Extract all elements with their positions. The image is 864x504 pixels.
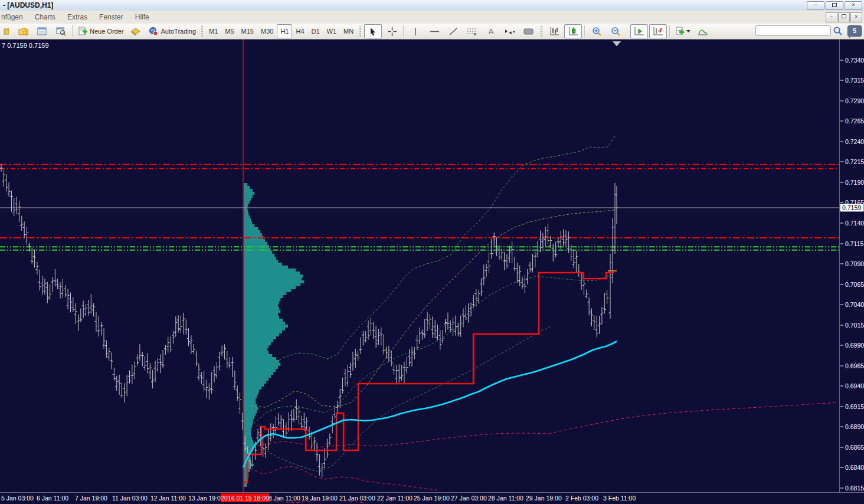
price-tick-label: 0.6915 <box>845 403 864 410</box>
child-minimize-button[interactable]: − <box>826 12 837 22</box>
chart-window[interactable]: 7 0.7159 0.7159 0.73400.73150.72900.7265… <box>0 40 864 504</box>
restore-icon <box>842 14 846 18</box>
price-tick-label: 0.6940 <box>845 382 864 390</box>
add-indicator-icon <box>675 27 685 36</box>
timeframe-w1[interactable]: W1 <box>323 24 341 38</box>
bar-chart-mode-button[interactable] <box>545 24 563 38</box>
toolbar-separator <box>72 25 73 37</box>
price-tick-label: 0.7240 <box>845 138 864 145</box>
crimson-low <box>245 466 437 490</box>
time-tick-label: 12 Jan 11:00 <box>150 495 186 502</box>
price-tick-label: 0.7040 <box>845 301 864 308</box>
bar-chart-icon <box>549 27 559 36</box>
minimize-button[interactable]: − <box>807 1 824 10</box>
arrows-tool-button[interactable] <box>501 24 519 38</box>
horizontal-line-icon <box>430 27 440 36</box>
timeframe-m15[interactable]: M15 <box>238 24 257 38</box>
toolbar-grip[interactable] <box>201 26 203 37</box>
price-tick-label: 0.7090 <box>845 260 864 267</box>
price-tick-label: 0.7215 <box>845 158 864 165</box>
autotrading-button[interactable]: AutoTrading <box>146 24 198 38</box>
neue-order-button[interactable]: Neue Order <box>76 24 126 38</box>
green-upper <box>254 135 616 387</box>
volume-profile <box>244 183 304 487</box>
time-tick-label: 2 Feb 03:00 <box>565 495 598 502</box>
horizontal-line-tool-button[interactable] <box>426 24 443 38</box>
price-tick-label: 0.6890 <box>845 423 864 430</box>
vertical-line-tool-button[interactable] <box>407 24 424 38</box>
chart-shift-button[interactable] <box>649 24 667 38</box>
market-watch-button[interactable] <box>33 24 51 38</box>
menu-extras[interactable]: Extras <box>61 11 93 23</box>
time-tick-label: 18 Jan 11:00 <box>265 495 300 502</box>
time-tick-label: 13 Jan 19:00 <box>188 495 224 502</box>
text-tool-icon: A <box>489 27 494 36</box>
toolbar-separator <box>403 25 404 37</box>
time-axis[interactable]: 5 Jan 03:006 Jan 11:007 Jan 19:0011 Jan … <box>1 493 636 502</box>
timeframe-h4[interactable]: H4 <box>292 24 307 38</box>
price-tick-label: 0.7265 <box>845 117 864 125</box>
chart-shift-marker[interactable] <box>613 41 621 46</box>
menu-charts[interactable]: Charts <box>29 11 61 23</box>
zoom-out-icon <box>611 27 621 36</box>
menu-einfuegen[interactable]: nfügen <box>0 11 29 23</box>
timeframe-m30[interactable]: M30 <box>257 24 277 38</box>
timeframe-m1[interactable]: M1 <box>205 24 221 38</box>
child-close-button[interactable]: × <box>850 12 862 22</box>
price-tick-label: 0.7115 <box>845 240 863 247</box>
time-tick-label: 21 Jan 03:00 <box>339 495 375 502</box>
toolbar-grip[interactable] <box>359 26 361 37</box>
search-icon[interactable] <box>833 26 843 36</box>
objects-curve-button[interactable] <box>694 24 712 38</box>
chart-svg[interactable]: 0.73400.73150.72900.72650.72400.72150.71… <box>0 40 864 504</box>
price-tick-label: 0.6965 <box>845 362 864 369</box>
zoom-out-button[interactable] <box>607 24 624 38</box>
menu-fenster[interactable]: Fenster <box>93 11 129 23</box>
maximize-button[interactable] <box>826 1 843 10</box>
horizontal-levels <box>0 165 839 250</box>
timeframe-mn[interactable]: MN <box>340 24 357 38</box>
timeframe-d1[interactable]: D1 <box>308 24 323 38</box>
auto-scroll-button[interactable] <box>630 24 648 38</box>
timeframe-h1[interactable]: H1 <box>277 24 292 38</box>
strategy-tester-button[interactable] <box>52 24 70 38</box>
svg-text:F: F <box>474 32 476 36</box>
candlestick-icon <box>568 27 578 36</box>
fibonacci-tool-button[interactable]: F <box>463 24 481 38</box>
crosshair-tool-button[interactable] <box>383 24 401 38</box>
time-tick-label: 19 Jan 19:00 <box>302 495 338 502</box>
zoom-in-button[interactable] <box>588 24 606 38</box>
clipped-toolbar-icon[interactable] <box>0 24 13 38</box>
trendline-icon <box>449 27 458 36</box>
time-tick-label: 5 Jan 03:00 <box>1 495 34 502</box>
window-list-icon <box>37 27 47 36</box>
ohlc-info: 7 0.7159 0.7159 <box>2 42 49 49</box>
indicators-button[interactable] <box>673 24 693 38</box>
timeframe-m5[interactable]: M5 <box>221 24 237 38</box>
chart-profile-partial-icon <box>0 27 9 36</box>
rectangle-icon <box>523 27 534 36</box>
title-bar: - [AUDUSD,H1] − × <box>0 0 864 11</box>
metaeditor-button[interactable] <box>127 24 145 38</box>
notification-badge[interactable]: 5 <box>847 25 862 37</box>
shapes-tool-button[interactable] <box>520 24 538 38</box>
child-restore-button[interactable] <box>838 12 850 22</box>
autotrading-label: AutoTrading <box>161 28 196 35</box>
toolbar-grip[interactable] <box>541 26 542 37</box>
profiles-button[interactable] <box>14 24 32 38</box>
price-axis[interactable]: 0.73400.73150.72900.72650.72400.72150.71… <box>840 57 864 492</box>
menu-hilfe[interactable]: Hilfe <box>129 11 155 23</box>
folder-star-icon <box>18 27 28 36</box>
trendline-tool-button[interactable] <box>444 24 462 38</box>
toolbar-separator <box>584 25 585 37</box>
candlestick-mode-button[interactable] <box>564 24 582 38</box>
time-tick-label: 6 Jan 11:00 <box>37 495 68 502</box>
new-order-icon <box>78 27 88 36</box>
search-input[interactable] <box>755 25 831 36</box>
text-tool-button[interactable]: A <box>482 24 500 38</box>
close-button[interactable]: × <box>845 1 862 10</box>
window-title: - [AUDUSD,H1] <box>0 1 53 9</box>
chevron-down-icon <box>686 30 690 33</box>
cursor-tool-button[interactable] <box>364 24 382 38</box>
time-tick-label: 22 Jan 11:00 <box>377 495 413 502</box>
